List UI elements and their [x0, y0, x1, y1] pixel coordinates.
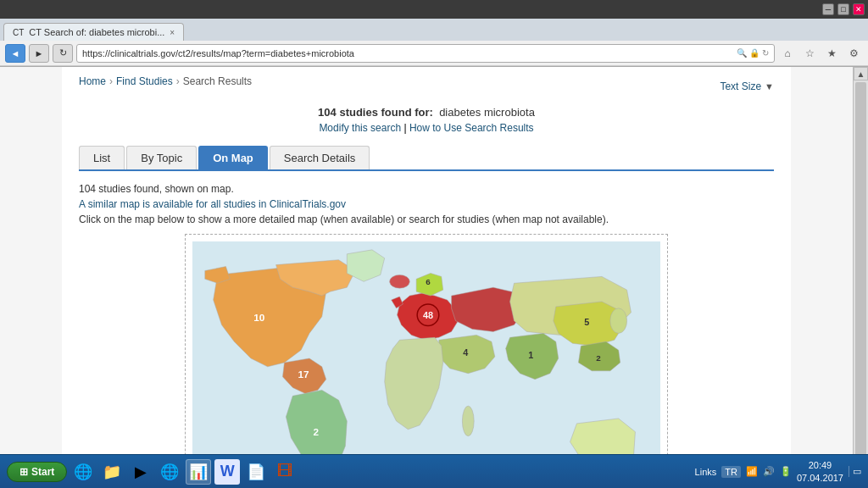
taskbar-show-desktop[interactable]: ▭ [849, 466, 861, 477]
taskbar-icon-explorer[interactable]: 📊 [186, 459, 211, 485]
taskbar-right: Links TR 📶 🔊 🔋 20:49 07.04.2017 ▭ [695, 459, 861, 484]
map-found-text: 104 studies found, shown on map. [79, 183, 774, 195]
browser-chrome: ─ □ ✕ CT CT Search of: diabetes microbi.… [0, 0, 868, 67]
scroll-thumb[interactable] [855, 82, 866, 474]
tab-by-topic[interactable]: By Topic [126, 146, 197, 169]
nav-bar: ◄ ► ↻ https://clinicaltrials.gov/ct2/res… [0, 41, 868, 66]
tab-on-map[interactable]: On Map [198, 146, 268, 169]
page-wrapper: Home › Find Studies › Search Results Tex… [0, 67, 868, 488]
search-query: diabetes microbiota [439, 106, 535, 119]
search-header: 104 studies found for: diabetes microbio… [79, 106, 774, 134]
how-to-link[interactable]: How to Use Search Results [409, 122, 534, 134]
taskbar-network-icon: 📶 [746, 466, 758, 477]
star-button[interactable]: ☆ [800, 44, 819, 63]
scandinavia-count: 6 [426, 277, 431, 286]
taskbar-clock: 20:49 [797, 459, 843, 471]
taskbar-icon-folder[interactable]: 📁 [99, 459, 125, 485]
taskbar-links: Links [695, 467, 717, 477]
world-map[interactable]: 10 17 2 48 6 4 1 5 [192, 241, 660, 488]
minimize-button[interactable]: ─ [822, 3, 834, 15]
start-button[interactable]: ⊞ Start [7, 462, 67, 482]
svg-point-2 [610, 308, 627, 334]
tab-bar: CT CT Search of: diabetes microbi... × [0, 19, 868, 41]
svg-point-4 [462, 406, 474, 435]
star2-button[interactable]: ★ [822, 44, 841, 63]
close-button[interactable]: ✕ [853, 3, 865, 15]
taskbar: ⊞ Start 🌐 📁 ▶ 🌐 📊 W 📄 🎞 Links TR 📶 🔊 🔋 2… [0, 454, 868, 488]
maximize-button[interactable]: □ [837, 3, 849, 15]
taskbar-volume-icon: 🔊 [763, 466, 775, 477]
modify-search-link[interactable]: Modify this search [319, 122, 401, 134]
scroll-up[interactable]: ▲ [854, 67, 868, 80]
south-america-count: 2 [314, 426, 320, 438]
refresh-button[interactable]: ↻ [53, 44, 73, 63]
east-asia-count: 5 [584, 317, 589, 327]
breadcrumb-search-results: Search Results [183, 75, 252, 87]
breadcrumb-home[interactable]: Home [79, 75, 106, 87]
taskbar-icon-browser[interactable]: 🌐 [157, 459, 182, 485]
studies-count: 104 studies found for: [318, 106, 433, 119]
tab-search-details[interactable]: Search Details [270, 146, 370, 169]
svg-point-1 [390, 274, 410, 288]
home-button[interactable]: ⌂ [778, 44, 797, 63]
north-america-count: 10 [253, 312, 265, 324]
lock-icon: 🔒 [749, 48, 760, 58]
search-summary: 104 studies found for: diabetes microbio… [79, 106, 774, 119]
taskbar-date: 07.04.2017 [797, 472, 843, 484]
taskbar-icon-ppt[interactable]: 🎞 [272, 459, 298, 485]
taskbar-icon-globe[interactable]: 🌐 [70, 459, 96, 485]
taskbar-icon-doc[interactable]: 📄 [243, 459, 269, 485]
middle-east-count: 4 [463, 347, 468, 358]
taskbar-icon-word[interactable]: W [214, 459, 240, 485]
search-links: Modify this search | How to Use Search R… [79, 122, 774, 134]
breadcrumb: Home › Find Studies › Search Results [79, 75, 252, 87]
start-label: Start [31, 466, 54, 478]
address-bar[interactable]: https://clinicaltrials.gov/ct2/results/m… [76, 44, 775, 63]
tabs: List By Topic On Map Search Details [79, 146, 774, 171]
south-asia-count: 1 [528, 350, 533, 360]
title-bar: ─ □ ✕ [0, 0, 868, 19]
browser-tab[interactable]: CT CT Search of: diabetes microbi... × [3, 23, 184, 41]
taskbar-language: TR [721, 466, 741, 478]
forward-button[interactable]: ► [29, 44, 49, 63]
breadcrumb-find-studies[interactable]: Find Studies [116, 75, 173, 87]
browser-tab-label: CT Search of: diabetes microbi... [29, 27, 164, 37]
address-text: https://clinicaltrials.gov/ct2/results/m… [82, 48, 737, 58]
search-addr-icon[interactable]: 🔍 [737, 48, 747, 58]
browser-tab-close[interactable]: × [170, 28, 175, 37]
start-icon: ⊞ [19, 466, 28, 478]
map-container[interactable]: 10 17 2 48 6 4 1 5 [185, 234, 668, 488]
back-button[interactable]: ◄ [5, 44, 25, 63]
page-content: Home › Find Studies › Search Results Tex… [0, 67, 853, 488]
taskbar-battery-icon: 🔋 [780, 466, 792, 477]
refresh-addr-icon[interactable]: ↻ [762, 48, 769, 58]
southeast-asia-count: 2 [596, 353, 601, 363]
text-size-label: Text Size [720, 80, 761, 92]
europe-count: 48 [423, 310, 433, 320]
taskbar-icon-media[interactable]: ▶ [128, 459, 153, 485]
text-size-arrow[interactable]: ▼ [765, 81, 774, 92]
text-size-control[interactable]: Text Size ▼ [720, 80, 774, 92]
content-area: Home › Find Studies › Search Results Tex… [62, 67, 791, 488]
map-similar-link: A similar map is available for all studi… [79, 198, 774, 210]
breadcrumb-row: Home › Find Studies › Search Results Tex… [79, 75, 774, 97]
map-click-note: Click on the map below to show a more de… [79, 214, 774, 225]
central-america-count: 17 [298, 369, 310, 380]
tools-button[interactable]: ⚙ [844, 44, 863, 63]
tab-list[interactable]: List [79, 146, 125, 169]
taskbar-time: 20:49 07.04.2017 [797, 459, 843, 484]
right-scrollbar[interactable]: ▲ ▼ [853, 67, 868, 488]
similar-map-link[interactable]: A similar map is available for all studi… [79, 198, 346, 210]
